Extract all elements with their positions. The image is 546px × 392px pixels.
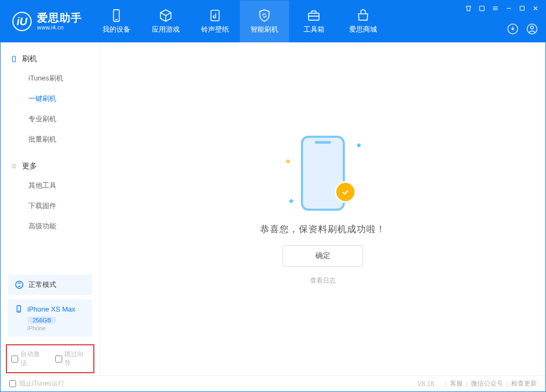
version-label: V8.16 [417,380,434,388]
device-info-card[interactable]: iPhone XS Max 256GB iPhone [8,299,92,337]
nav-label: 爱思商城 [349,25,377,34]
download-icon[interactable] [507,23,519,35]
sparkle-icon [289,198,293,203]
nav-label: 应用游戏 [152,25,180,34]
view-log-link[interactable]: 查看日志 [310,276,336,285]
highlighted-checkbox-row: 自动激活 跳过向导 [6,344,94,373]
auto-activate-checkbox[interactable]: 自动激活 [11,350,46,368]
music-file-icon [208,9,222,23]
logo-icon: iU [12,12,32,31]
window-controls [465,5,539,12]
block-itunes-input[interactable] [9,380,16,387]
support-link[interactable]: 客服 [450,379,463,388]
checkbox-label: 自动激活 [20,350,46,368]
svg-rect-4 [479,6,484,11]
sidebar-item-oneclick-flash[interactable]: 一键刷机 [1,88,100,109]
sidebar-item-advanced[interactable]: 高级功能 [1,216,100,236]
header-bar: iU 爱思助手 www.i4.cn 我的设备 应用游戏 铃声壁纸 智能刷机 [1,1,545,42]
phone-icon [109,9,123,23]
mode-label: 正常模式 [28,280,56,290]
sync-icon [14,280,24,290]
list-icon [10,162,18,170]
footer-left: 阻止iTunes运行 [9,379,64,388]
skip-guide-checkbox[interactable]: 跳过向导 [55,350,90,368]
sidebar-item-pro-flash[interactable]: 专业刷机 [1,109,100,129]
sidebar-section-more: 更多 其他工具 下载固件 高级功能 [1,150,100,236]
sidebar-header-more: 更多 [1,157,100,175]
menu-icon[interactable] [492,5,499,12]
feedback-icon[interactable] [478,5,485,12]
nav-label: 智能刷机 [250,25,278,34]
main-content: 恭喜您，保资料刷机成功啦！ 确定 查看日志 [100,42,545,375]
shop-icon [356,9,370,23]
sidebar-item-batch-flash[interactable]: 批量刷机 [1,129,100,150]
nav-tab-apps[interactable]: 应用游戏 [141,1,190,42]
header-right-actions [507,23,538,35]
device-mode-card[interactable]: 正常模式 [8,275,92,295]
body: 刷机 iTunes刷机 一键刷机 专业刷机 批量刷机 更多 其他工具 下载固件 … [1,42,545,375]
shield-sync-icon [257,9,271,23]
phone-small-icon [14,305,23,313]
footer-bar: 阻止iTunes运行 V8.16 | 客服 | 微信公众号 | 检查更新 [1,375,545,391]
sidebar-header-flash: 刷机 [1,50,100,68]
success-check-icon [335,181,356,203]
nav-tabs: 我的设备 应用游戏 铃声壁纸 智能刷机 工具箱 爱思商城 [92,1,388,42]
sidebar-item-other-tools[interactable]: 其他工具 [1,175,100,196]
nav-label: 我的设备 [102,25,130,34]
svg-rect-2 [211,10,219,21]
maximize-button[interactable] [519,5,526,12]
device-name: iPhone XS Max [27,305,76,313]
sparkle-icon [357,143,361,147]
sidebar-item-itunes-flash[interactable]: iTunes刷机 [1,68,100,88]
nav-label: 工具箱 [304,25,324,34]
svg-rect-3 [308,13,319,20]
svg-rect-9 [520,6,525,11]
nav-tab-store[interactable]: 爱思商城 [338,1,388,42]
nav-tab-device[interactable]: 我的设备 [92,1,141,42]
sparkle-icon [286,159,290,163]
sidebar-title: 刷机 [22,54,37,64]
app-name: 爱思助手 [37,12,82,24]
sidebar-section-flash: 刷机 iTunes刷机 一键刷机 专业刷机 批量刷机 [1,42,100,150]
svg-rect-15 [12,56,16,62]
confirm-button[interactable]: 确定 [283,245,363,267]
success-illustration [285,133,360,213]
svg-point-19 [16,281,23,289]
wechat-link[interactable]: 微信公众号 [471,379,503,388]
block-itunes-checkbox[interactable]: 阻止iTunes运行 [9,379,64,388]
logo-area: iU 爱思助手 www.i4.cn [1,1,92,42]
close-button[interactable] [532,5,539,12]
app-window: iU 爱思助手 www.i4.cn 我的设备 应用游戏 铃声壁纸 智能刷机 [0,0,546,392]
sidebar: 刷机 iTunes刷机 一键刷机 专业刷机 批量刷机 更多 其他工具 下载固件 … [1,42,100,375]
device-capacity: 256GB [27,316,56,324]
check-update-link[interactable]: 检查更新 [511,379,537,388]
shirt-icon[interactable] [465,5,472,12]
svg-point-14 [530,26,534,29]
nav-label: 铃声壁纸 [201,25,229,34]
skip-guide-input[interactable] [55,356,62,363]
success-message: 恭喜您，保资料刷机成功啦！ [260,223,386,235]
sidebar-item-download-fw[interactable]: 下载固件 [1,196,100,216]
device-type: iPhone [27,325,86,331]
app-domain: www.i4.cn [37,24,82,31]
footer-right: V8.16 | 客服 | 微信公众号 | 检查更新 [417,379,537,388]
toolbox-icon [307,9,321,23]
minimize-button[interactable] [505,5,512,12]
checkbox-label: 阻止iTunes运行 [19,379,64,388]
logo-text: 爱思助手 www.i4.cn [37,12,82,31]
nav-tab-ringtones[interactable]: 铃声壁纸 [190,1,240,42]
device-outline-icon [10,55,18,63]
sidebar-title: 更多 [22,161,37,171]
nav-tab-toolbox[interactable]: 工具箱 [289,1,338,42]
auto-activate-input[interactable] [11,356,18,363]
nav-tab-flash[interactable]: 智能刷机 [240,1,289,42]
user-icon[interactable] [526,23,538,35]
checkbox-label: 跳过向导 [64,350,90,368]
cube-icon [159,9,173,23]
